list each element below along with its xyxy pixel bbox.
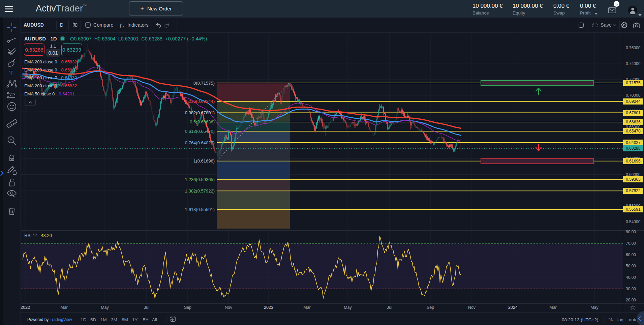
svg-text:0.382(0.67801): 0.382(0.67801) [185, 110, 215, 115]
svg-text:0.236(0.69244): 0.236(0.69244) [185, 99, 215, 104]
svg-text:1(0.61696): 1(0.61696) [193, 158, 215, 164]
svg-text:f: f [120, 22, 122, 28]
svg-text:1.382(0.57922): 1.382(0.57922) [185, 188, 215, 194]
svg-text:x: x [123, 25, 124, 28]
svg-text:0.618(0.65470): 0.618(0.65470) [185, 129, 215, 134]
svg-text:0.5(0.66636): 0.5(0.66636) [190, 119, 215, 124]
svg-text:0(0.71575): 0(0.71575) [193, 81, 215, 86]
svg-text:1.236(0.59365): 1.236(0.59365) [185, 177, 215, 182]
svg-text:1.618(0.55591): 1.618(0.55591) [185, 207, 215, 212]
svg-text:0.764(0.64027): 0.764(0.64027) [185, 140, 215, 145]
